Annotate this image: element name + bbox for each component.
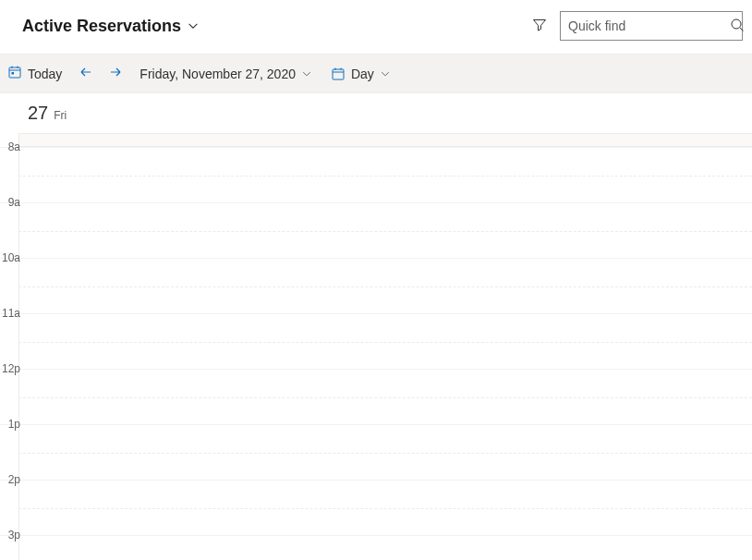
chevron-down-icon	[301, 68, 312, 79]
current-date-label: Friday, November 27, 2020	[139, 67, 296, 81]
svg-line-1	[740, 28, 744, 31]
view-label: Day	[351, 67, 374, 81]
half-hour-line	[18, 508, 752, 509]
time-label: 11a	[0, 307, 20, 320]
time-grid[interactable]: 8a9a10a11a12p1p2p3p	[0, 134, 752, 560]
search-input[interactable]	[568, 18, 730, 33]
day-weekday: Fri	[54, 109, 67, 122]
time-slot[interactable]: 8a	[0, 147, 752, 202]
funnel-icon	[532, 18, 547, 35]
half-hour-line	[18, 231, 752, 232]
page-header: Active Reservations	[0, 0, 752, 55]
time-label: 8a	[0, 140, 20, 153]
half-hour-line	[18, 342, 752, 343]
half-hour-line	[18, 453, 752, 454]
time-label: 10a	[0, 251, 20, 264]
time-slot[interactable]: 3p	[0, 535, 752, 560]
time-label: 3p	[0, 529, 20, 542]
calendar-area: 27 Fri 8a9a10a11a12p1p2p3p	[0, 93, 752, 560]
filter-button[interactable]	[528, 15, 551, 37]
calendar-toolbar: Today Friday, November 27, 2020 Day	[0, 55, 752, 93]
today-button[interactable]: Today	[4, 55, 71, 92]
view-picker[interactable]: Day	[321, 55, 400, 92]
calendar-today-icon	[7, 65, 22, 82]
date-picker[interactable]: Friday, November 27, 2020	[130, 55, 321, 92]
time-slot[interactable]: 9a	[0, 202, 752, 258]
previous-button[interactable]	[71, 55, 101, 92]
time-slot[interactable]: 1p	[0, 424, 752, 480]
time-label: 2p	[0, 473, 20, 486]
svg-rect-6	[12, 72, 15, 75]
next-button[interactable]	[101, 55, 130, 92]
time-label: 9a	[0, 196, 20, 209]
arrow-right-icon	[108, 65, 123, 82]
half-hour-line	[18, 286, 752, 287]
svg-point-0	[732, 19, 741, 29]
time-slot[interactable]: 10a	[0, 258, 752, 313]
day-number: 27	[28, 103, 48, 124]
chevron-down-icon	[187, 19, 200, 32]
half-hour-line	[18, 397, 752, 398]
time-slot[interactable]: 2p	[0, 480, 752, 535]
svg-rect-7	[333, 69, 344, 79]
today-label: Today	[28, 67, 62, 81]
time-label: 12p	[0, 362, 20, 375]
time-slot[interactable]: 11a	[0, 313, 752, 369]
svg-rect-2	[9, 67, 20, 78]
header-actions	[528, 11, 743, 41]
arrow-left-icon	[79, 65, 93, 82]
chevron-down-icon	[380, 68, 391, 79]
calendar-icon	[331, 67, 346, 81]
half-hour-line	[18, 176, 752, 177]
search-icon	[730, 18, 745, 35]
view-selector[interactable]: Active Reservations	[22, 17, 200, 36]
day-header[interactable]: 27 Fri	[18, 93, 752, 134]
search-button[interactable]	[730, 18, 745, 35]
search-box	[560, 11, 743, 41]
time-label: 1p	[0, 418, 20, 431]
time-slot[interactable]: 12p	[0, 369, 752, 424]
page-title: Active Reservations	[22, 17, 181, 36]
